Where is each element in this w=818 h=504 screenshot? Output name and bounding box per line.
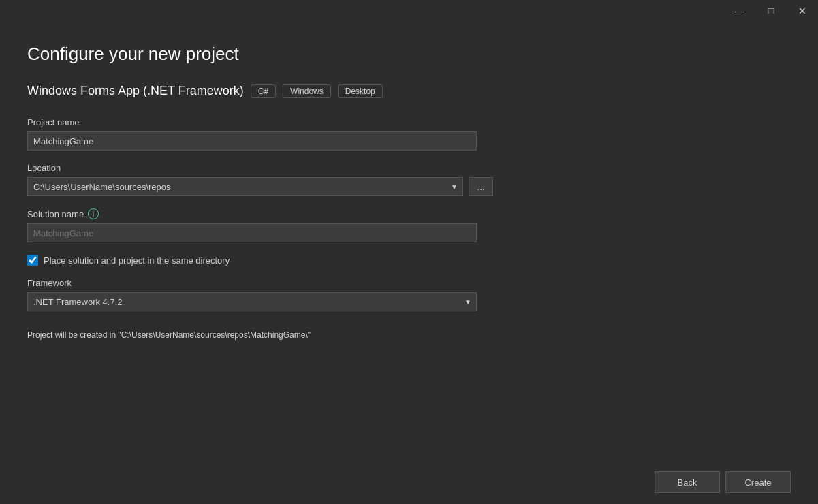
location-row: ▼ ... bbox=[27, 177, 791, 196]
tag-desktop: Desktop bbox=[338, 84, 383, 98]
main-content: Configure your new project Windows Forms… bbox=[0, 22, 818, 460]
minimize-button[interactable]: — bbox=[724, 0, 755, 22]
tag-windows: Windows bbox=[283, 84, 331, 98]
subtitle-row: Windows Forms App (.NET Framework) C# Wi… bbox=[27, 84, 791, 98]
framework-label: Framework bbox=[27, 278, 791, 288]
browse-button[interactable]: ... bbox=[469, 177, 493, 196]
window: — □ ✕ Configure your new project Windows… bbox=[0, 0, 818, 504]
same-directory-checkbox[interactable] bbox=[27, 255, 38, 266]
tag-csharp: C# bbox=[251, 84, 276, 98]
footer: Back Create bbox=[0, 460, 818, 504]
solution-name-label: Solution name i bbox=[27, 208, 791, 219]
solution-name-group: Solution name i bbox=[27, 208, 791, 242]
solution-name-input[interactable] bbox=[27, 223, 477, 242]
location-input[interactable] bbox=[27, 177, 463, 196]
location-select-wrapper: ▼ bbox=[27, 177, 463, 196]
project-path-info: Project will be created in "C:\Users\Use… bbox=[27, 330, 791, 340]
back-button[interactable]: Back bbox=[655, 471, 720, 493]
framework-select-wrapper: .NET Framework 4.7.2 .NET Framework 4.8 … bbox=[27, 292, 477, 311]
solution-name-info-icon: i bbox=[88, 208, 99, 219]
same-directory-label[interactable]: Place solution and project in the same d… bbox=[44, 255, 230, 266]
close-button[interactable]: ✕ bbox=[787, 0, 818, 22]
project-name-group: Project name bbox=[27, 117, 791, 151]
framework-select[interactable]: .NET Framework 4.7.2 .NET Framework 4.8 … bbox=[27, 292, 477, 311]
framework-group: Framework .NET Framework 4.7.2 .NET Fram… bbox=[27, 278, 791, 311]
create-button[interactable]: Create bbox=[725, 471, 791, 493]
maximize-button[interactable]: □ bbox=[755, 0, 787, 22]
project-name-input[interactable] bbox=[27, 131, 477, 151]
same-directory-checkbox-row: Place solution and project in the same d… bbox=[27, 255, 791, 266]
title-bar-controls: — □ ✕ bbox=[724, 0, 818, 22]
title-bar: — □ ✕ bbox=[0, 0, 818, 22]
page-title: Configure your new project bbox=[27, 44, 791, 65]
location-group: Location ▼ ... bbox=[27, 163, 791, 196]
project-name-label: Project name bbox=[27, 117, 791, 127]
project-type-subtitle: Windows Forms App (.NET Framework) bbox=[27, 84, 244, 98]
location-label: Location bbox=[27, 163, 791, 173]
